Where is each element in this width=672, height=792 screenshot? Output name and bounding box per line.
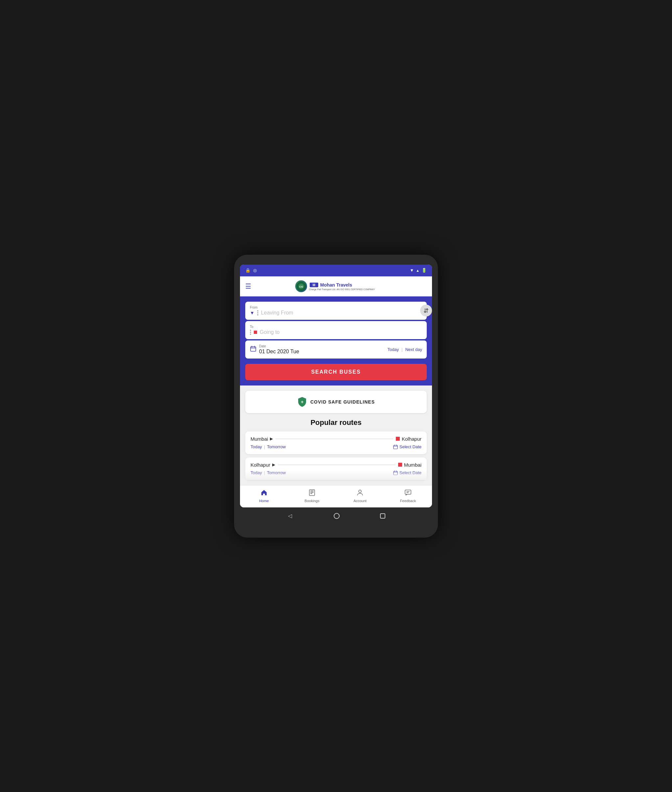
date-left: Date 01 Dec 2020 Tue: [250, 344, 299, 354]
from-label: From: [250, 306, 422, 309]
svg-text:CG: CG: [299, 285, 303, 288]
route-1-today-btn[interactable]: Today: [251, 444, 262, 449]
route-1-to: Kolhapur: [396, 436, 421, 442]
search-section: From ▼ Leaving From: [240, 296, 432, 385]
bookings-icon: [309, 489, 315, 498]
popular-routes-title: Popular routes: [245, 418, 427, 427]
account-icon: [357, 489, 363, 498]
back-button[interactable]: ◁: [287, 513, 293, 519]
date-row: Date 01 Dec 2020 Tue Today | Next day: [250, 344, 422, 354]
route-card-2-wrapper: Kolhapur ▶ Mumbai Today | To: [245, 457, 427, 480]
popular-routes-section: Popular routes Mumbai ▶ Kolhapur: [240, 418, 432, 485]
logo-subtitle: Charge Pati Transport Ltd. AN ISO 9001 C…: [309, 288, 375, 291]
route-2-top: Kolhapur ▶ Mumbai: [251, 462, 421, 468]
nav-account-label: Account: [354, 499, 366, 503]
search-buses-button[interactable]: SEARCH BUSES: [245, 364, 427, 380]
route-2-line: [278, 465, 395, 465]
route-2-arrow-icon: ▶: [272, 462, 275, 467]
today-button[interactable]: Today: [387, 347, 399, 352]
device-screen: 🔒 ◎ ▼ ▲ 🔋 ☰ CG: [240, 265, 432, 508]
top-navigation: ☰ CG M Mohan Travels: [240, 276, 432, 296]
recents-button[interactable]: [380, 513, 385, 519]
date-field: Date 01 Dec 2020 Tue: [259, 344, 299, 354]
nav-account[interactable]: Account: [350, 489, 370, 503]
device-hardware-buttons: ◁: [240, 508, 432, 524]
route-1-top: Mumbai ▶ Kolhapur: [251, 436, 421, 442]
logo-circle: CG: [295, 280, 307, 292]
to-card[interactable]: To Going to: [245, 321, 427, 339]
svg-rect-11: [310, 492, 314, 493]
date-value: 01 Dec 2020 Tue: [259, 349, 299, 354]
home-icon: [261, 489, 267, 498]
to-label: To: [250, 325, 422, 329]
data-icon: ◎: [253, 268, 257, 273]
nav-feedback[interactable]: Feedback: [398, 489, 418, 503]
logo-brand-name: M Mohan Travels: [309, 282, 375, 288]
svg-rect-14: [405, 490, 411, 494]
status-left-icons: 🔒 ◎: [245, 268, 257, 273]
signal-icon: ▲: [416, 268, 419, 272]
covid-banner[interactable]: + COVID SAFE GUIDELINES: [245, 391, 427, 413]
route-1-line: [275, 439, 393, 439]
status-bar: 🔒 ◎ ▼ ▲ 🔋: [240, 265, 432, 276]
date-buttons: Today | Next day: [387, 347, 422, 352]
route-card-1[interactable]: Mumbai ▶ Kolhapur Today | Tomorrow: [245, 431, 427, 454]
route-1-dates: Today | Tomorrow: [251, 444, 286, 449]
device-frame: 🔒 ◎ ▼ ▲ 🔋 ☰ CG: [234, 255, 438, 538]
logo-area: CG M Mohan Travels Charge Pati Transport…: [295, 280, 375, 292]
svg-rect-7: [394, 445, 397, 449]
svg-text:M: M: [313, 283, 315, 287]
from-input[interactable]: Leaving From: [261, 310, 293, 316]
route-2-to-dot: [398, 463, 402, 467]
route-1-select-date-btn[interactable]: Select Date: [393, 444, 421, 450]
nav-bookings[interactable]: Bookings: [302, 489, 322, 503]
logo-text: M Mohan Travels Charge Pati Transport Lt…: [309, 282, 375, 291]
route-2-from: Kolhapur ▶: [251, 462, 275, 468]
battery-icon: 🔋: [421, 268, 427, 273]
covid-text: COVID SAFE GUIDELINES: [310, 399, 375, 404]
svg-rect-5: [251, 347, 256, 351]
svg-rect-10: [310, 491, 314, 491]
to-dot-icon: [254, 331, 257, 334]
nav-bookings-label: Bookings: [304, 499, 319, 503]
route-1-to-dot: [396, 437, 400, 441]
feedback-icon: [405, 489, 411, 498]
svg-rect-12: [310, 493, 312, 494]
to-input[interactable]: Going to: [260, 329, 280, 335]
bottom-navigation: Home Bookings: [240, 485, 432, 508]
next-day-button[interactable]: Next day: [405, 347, 422, 352]
date-label: Date: [259, 344, 299, 348]
nav-home-label: Home: [259, 499, 269, 503]
shield-icon: +: [297, 396, 307, 408]
date-card[interactable]: Date 01 Dec 2020 Tue Today | Next day: [245, 340, 427, 359]
menu-button[interactable]: ☰: [245, 282, 251, 290]
svg-point-13: [359, 490, 361, 493]
nav-feedback-label: Feedback: [400, 499, 416, 503]
from-triangle-icon: ▼: [250, 310, 254, 316]
route-1-from: Mumbai ▶: [251, 436, 273, 442]
calendar-icon: [250, 345, 256, 354]
svg-text:+: +: [301, 399, 304, 404]
home-button[interactable]: [334, 513, 339, 519]
route-1-tomorrow-btn[interactable]: Tomorrow: [267, 444, 286, 449]
route-1-arrow-icon: ▶: [270, 436, 273, 441]
from-field-row: ▼ Leaving From: [250, 310, 422, 316]
nav-home[interactable]: Home: [254, 489, 274, 503]
swap-button[interactable]: [420, 305, 432, 316]
status-right-icons: ▼ ▲ 🔋: [410, 268, 427, 273]
route-1-select-date-label: Select Date: [400, 444, 421, 449]
route-1-bottom: Today | Tomorrow Select Date: [251, 444, 421, 450]
route-2-to: Mumbai: [398, 462, 421, 468]
from-card[interactable]: From ▼ Leaving From: [245, 302, 427, 320]
to-field-row: Going to: [250, 329, 422, 335]
fade-overlay: [245, 470, 427, 480]
sim-icon: 🔒: [245, 268, 251, 273]
wifi-icon: ▼: [410, 268, 414, 273]
